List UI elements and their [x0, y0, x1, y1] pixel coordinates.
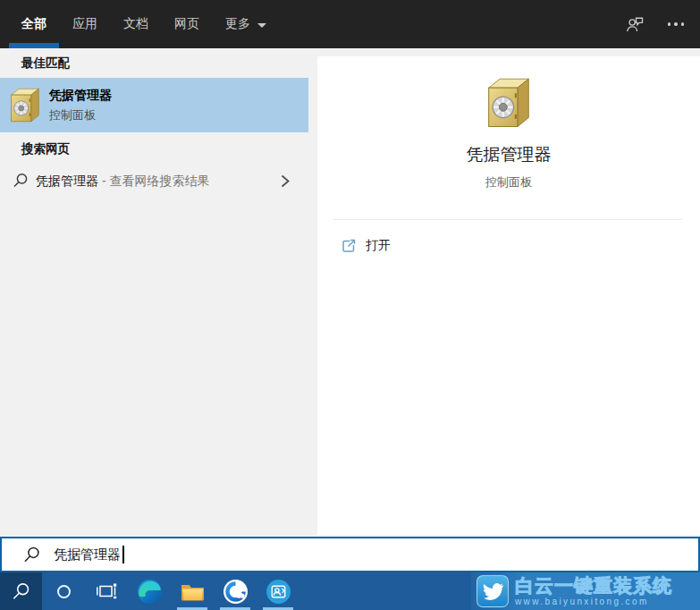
web-search-result-row[interactable]: 凭据管理器 - 查看网络搜索结果: [0, 161, 308, 200]
text-caret: [122, 546, 124, 563]
tab-documents-label: 文档: [123, 16, 148, 32]
more-options-icon[interactable]: [668, 22, 685, 26]
open-external-icon: [341, 238, 357, 254]
search-input[interactable]: 凭据管理器: [0, 537, 700, 572]
result-detail-pane: 凭据管理器 控制面板 打开: [317, 56, 700, 535]
search-results-pane: 最佳匹配 凭据管理器 控: [0, 48, 308, 537]
search-icon: [23, 546, 40, 563]
result-subtitle: 控制面板: [317, 174, 700, 191]
tab-all[interactable]: 全部: [21, 0, 46, 48]
taskbar-file-explorer-button[interactable]: [171, 572, 214, 610]
result-title: 凭据管理器: [317, 143, 700, 166]
qq-browser-icon: [223, 580, 248, 604]
bird-icon: [477, 575, 509, 607]
safe-icon: [10, 88, 40, 123]
watermark: 白云一键重装系统 www.baiyunxitong.com: [471, 572, 700, 610]
best-match-title: 凭据管理器: [49, 88, 112, 104]
web-search-suffix: - 查看网络搜索结果: [98, 174, 209, 188]
web-search-header: 搜索网页: [21, 141, 70, 157]
taskbar-qq-browser-button[interactable]: [214, 572, 257, 610]
watermark-title: 白云一键重装系统: [515, 575, 672, 596]
divider: [333, 219, 682, 220]
search-icon: [12, 582, 30, 601]
taskbar: 白云一键重装系统 www.baiyunxitong.com: [0, 572, 700, 610]
tab-more-label: 更多: [225, 16, 250, 32]
tab-documents[interactable]: 文档: [123, 0, 148, 48]
taskbar-cortana-button[interactable]: [42, 572, 85, 610]
search-icon: [13, 173, 29, 189]
safe-icon: [486, 78, 531, 129]
feedback-icon[interactable]: [626, 15, 645, 34]
tab-web[interactable]: 网页: [174, 0, 199, 48]
web-search-result-text: 凭据管理器 - 查看网络搜索结果: [36, 174, 209, 190]
best-match-subtitle: 控制面板: [49, 107, 96, 123]
best-match-header: 最佳匹配: [21, 55, 70, 72]
tab-apps-label: 应用: [72, 16, 97, 32]
cortana-icon: [57, 585, 71, 598]
tab-web-label: 网页: [174, 16, 199, 32]
task-view-icon: [96, 583, 117, 599]
taskbar-search-button[interactable]: [0, 572, 42, 610]
file-explorer-icon: [181, 581, 205, 601]
taskbar-contacts-button[interactable]: [257, 572, 299, 610]
search-filter-tabs-bar: 全部 应用 文档 网页 更多: [0, 0, 700, 48]
contacts-icon: [266, 580, 291, 604]
open-action-row[interactable]: 打开: [333, 230, 682, 262]
windows-search-panel: 全部 应用 文档 网页 更多 最佳匹配: [0, 0, 700, 610]
tab-more[interactable]: 更多: [225, 0, 266, 48]
best-match-result-row[interactable]: 凭据管理器 控制面板: [0, 78, 308, 132]
chevron-right-icon: [280, 174, 291, 189]
tab-all-label: 全部: [21, 16, 46, 32]
search-input-value: 凭据管理器: [54, 546, 121, 563]
open-action-label: 打开: [366, 238, 391, 254]
chevron-down-icon: [257, 23, 266, 28]
web-search-query: 凭据管理器: [36, 174, 98, 188]
edge-browser-icon: [138, 580, 162, 604]
tab-apps[interactable]: 应用: [72, 0, 97, 48]
watermark-url: www.baiyunxitong.com: [515, 597, 672, 606]
taskbar-edge-button[interactable]: [128, 572, 171, 610]
taskbar-task-view-button[interactable]: [85, 572, 128, 610]
